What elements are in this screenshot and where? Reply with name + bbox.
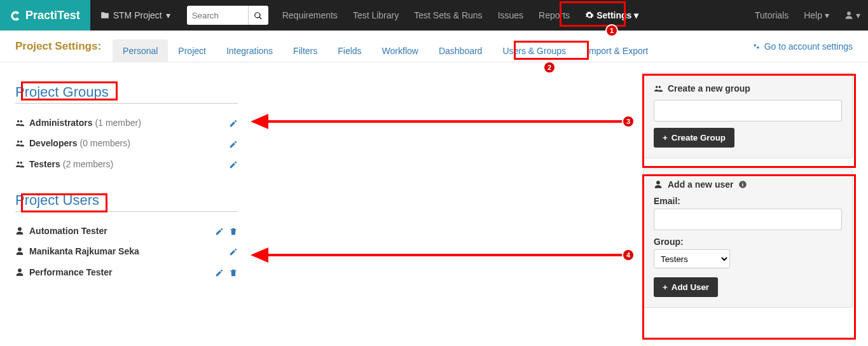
logo-icon xyxy=(10,9,22,22)
delete-icon[interactable] xyxy=(229,266,238,277)
user-icon xyxy=(844,11,853,20)
tab-personal[interactable]: Personal xyxy=(113,39,168,62)
user-name: Manikanta Rajkumar Seka xyxy=(29,246,139,256)
annotation-badge-1: 1 xyxy=(605,24,618,37)
edit-icon[interactable] xyxy=(215,226,224,236)
group-icon xyxy=(15,160,24,169)
tab-workflow[interactable]: Workflow xyxy=(372,39,429,62)
user-name: Automation Tester xyxy=(29,226,107,236)
gears-icon xyxy=(752,42,761,51)
user-icon xyxy=(654,180,663,189)
user-row: Manikanta Rajkumar Seka xyxy=(15,241,238,261)
tab-fields[interactable]: Fields xyxy=(327,39,371,62)
annotation-arrowhead-4 xyxy=(251,247,268,263)
tab-project[interactable]: Project xyxy=(168,39,216,62)
search xyxy=(187,6,268,25)
top-bar: PractiTest STM Project ▾ Requirements Te… xyxy=(0,0,868,31)
create-group-title: Create a new group xyxy=(668,83,750,93)
folder-icon xyxy=(100,11,109,20)
account-settings-label: Go to account settings xyxy=(764,41,853,52)
caret-down-icon: ▾ xyxy=(634,10,638,20)
user-row: Automation Tester xyxy=(15,221,238,241)
user-row: Performance Tester xyxy=(15,261,238,282)
annotation-arrowhead-3 xyxy=(251,114,268,129)
plus-icon: + xyxy=(663,282,668,292)
edit-icon[interactable] xyxy=(229,159,238,169)
left-column: Project Groups Administrators(1 member) … xyxy=(15,73,628,308)
nav-settings-label: Settings xyxy=(596,10,631,20)
user-icon xyxy=(15,226,24,235)
create-group-button[interactable]: + Create Group xyxy=(654,128,734,148)
tab-users-groups[interactable]: Users & Groups xyxy=(492,39,576,62)
add-user-panel: Add a new user i Email: Group: Testers +… xyxy=(643,169,853,308)
edit-icon[interactable] xyxy=(229,118,238,128)
annotation-arrow-3 xyxy=(267,120,623,123)
annotation-badge-3: 3 xyxy=(622,115,635,128)
create-group-button-label: Create Group xyxy=(672,133,726,142)
tab-filters[interactable]: Filters xyxy=(283,39,327,62)
group-icon xyxy=(654,84,663,93)
content: Project Groups Administrators(1 member) … xyxy=(0,62,868,318)
search-input[interactable] xyxy=(187,6,248,25)
caret-down-icon: ▾ xyxy=(166,10,170,20)
add-user-title: Add a new user xyxy=(668,179,733,190)
plus-icon: + xyxy=(663,133,668,142)
user-icon xyxy=(15,247,24,256)
group-name: Developers xyxy=(29,138,77,148)
nav-test-sets-runs[interactable]: Test Sets & Runs xyxy=(406,0,490,31)
user-menu[interactable]: ▾ xyxy=(837,0,868,31)
project-groups-title: Project Groups xyxy=(15,84,238,104)
nav-issues[interactable]: Issues xyxy=(490,0,531,31)
info-icon[interactable]: i xyxy=(738,180,747,189)
tab-integrations[interactable]: Integrations xyxy=(216,39,283,62)
group-name: Testers xyxy=(29,159,60,169)
right-column: Create a new group + Create Group Add a … xyxy=(643,73,853,308)
delete-icon[interactable] xyxy=(229,226,238,236)
edit-icon[interactable] xyxy=(229,246,238,256)
group-meta: (2 members) xyxy=(63,159,113,169)
create-group-input[interactable] xyxy=(654,100,842,121)
user-icon xyxy=(15,268,24,277)
nav-reports[interactable]: Reports xyxy=(531,0,577,31)
group-row: Administrators(1 member) xyxy=(15,113,238,133)
caret-down-icon: ▾ xyxy=(825,10,829,20)
annotation-arrow-4 xyxy=(267,253,623,257)
nav-test-library[interactable]: Test Library xyxy=(345,0,406,31)
project-dropdown[interactable]: STM Project ▾ xyxy=(90,10,181,20)
tab-import-export[interactable]: Import & Export xyxy=(576,39,658,62)
add-user-button[interactable]: + Add User xyxy=(654,277,718,297)
search-icon xyxy=(254,11,263,20)
email-label: Email: xyxy=(654,196,842,206)
edit-icon[interactable] xyxy=(215,266,224,277)
logo[interactable]: PractiTest xyxy=(0,0,90,31)
project-dropdown-label: STM Project xyxy=(113,10,162,20)
annotation-badge-2: 2 xyxy=(543,61,556,74)
nav-help[interactable]: Help ▾ xyxy=(796,0,837,31)
email-input[interactable] xyxy=(654,209,842,230)
user-name: Performance Tester xyxy=(29,267,112,277)
account-settings-link[interactable]: Go to account settings xyxy=(752,41,853,60)
project-settings-label: Project Settings: xyxy=(15,40,101,62)
group-meta: (1 member) xyxy=(95,118,141,128)
group-icon xyxy=(15,139,24,148)
nav-requirements[interactable]: Requirements xyxy=(275,0,345,31)
top-right: Tutorials Help ▾ ▾ xyxy=(747,0,868,31)
group-name: Administrators xyxy=(29,118,93,128)
top-nav: Requirements Test Library Test Sets & Ru… xyxy=(275,0,647,31)
add-user-button-label: Add User xyxy=(672,282,709,292)
caret-down-icon: ▾ xyxy=(856,10,860,20)
project-users-title: Project Users xyxy=(15,192,238,212)
tab-dashboard[interactable]: Dashboard xyxy=(429,39,493,62)
sub-header: Project Settings: Personal Project Integ… xyxy=(0,31,868,62)
create-group-panel: Create a new group + Create Group xyxy=(643,73,853,158)
group-select[interactable]: Testers xyxy=(654,249,730,268)
nav-help-label: Help xyxy=(804,10,822,20)
nav-tutorials[interactable]: Tutorials xyxy=(747,0,796,31)
group-row: Testers(2 members) xyxy=(15,154,238,174)
group-label: Group: xyxy=(654,237,842,247)
gear-icon xyxy=(585,11,594,20)
logo-text: PractiTest xyxy=(25,9,80,22)
group-row: Developers(0 members) xyxy=(15,133,238,153)
edit-icon[interactable] xyxy=(229,138,238,148)
search-button[interactable] xyxy=(248,6,268,25)
